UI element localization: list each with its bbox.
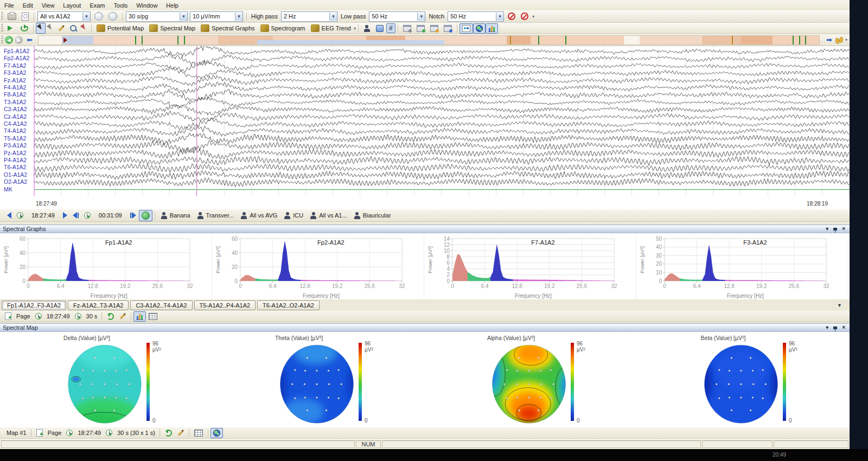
table-view-button[interactable]	[146, 311, 160, 322]
print-preview-button[interactable]	[19, 11, 31, 22]
play-backward-button[interactable]	[4, 210, 14, 220]
electrode-map-button[interactable]	[106, 10, 120, 22]
refresh-button[interactable]	[104, 311, 117, 322]
edit-button[interactable]	[175, 430, 187, 436]
window-layout-button[interactable]	[441, 23, 455, 34]
montage-button-2[interactable]: Transver...	[194, 211, 238, 220]
erase-tool-button[interactable]	[79, 23, 89, 34]
window-layout-button[interactable]	[414, 23, 427, 34]
mute-audio-button[interactable]	[505, 11, 518, 22]
pin-icon[interactable]	[833, 326, 837, 329]
menu-help[interactable]: Help	[162, 1, 183, 10]
footprints-icon[interactable]	[835, 37, 843, 43]
toolbar-grip[interactable]	[1, 24, 3, 33]
montage-button-5[interactable]: All vs A1...	[307, 211, 350, 220]
montage-button-1[interactable]: Banana	[157, 211, 194, 220]
menu-exam[interactable]: Exam	[85, 1, 109, 10]
channel-label-o1-a1a2[interactable]: O1-A1A2	[4, 171, 27, 178]
patient-button[interactable]	[361, 23, 373, 33]
map-view-button[interactable]	[473, 23, 486, 34]
toolbar-overflow-icon[interactable]: ▾	[532, 14, 534, 19]
montage-combo[interactable]: All vs A1A2 ▼	[37, 11, 91, 22]
toggle-potential-map[interactable]: Potential Map	[94, 23, 146, 34]
timeline-playhead[interactable]	[63, 37, 70, 43]
toggle-spectrogram[interactable]: Spectrogram	[258, 23, 308, 34]
nav-back-button[interactable]: ◀	[5, 36, 13, 44]
montage-button-4[interactable]: ICU	[280, 211, 307, 220]
channel-label-p4-a1a2[interactable]: P4-A1A2	[4, 157, 27, 164]
timebase-combo[interactable]: 30 s/pg ▼	[126, 11, 188, 22]
spectral-graphs-header[interactable]: Spectral Graphs ▾ ×	[0, 225, 850, 233]
toggle-spectral-map[interactable]: Spectral Map	[146, 23, 198, 34]
play-forward-button[interactable]	[60, 210, 70, 220]
table-view-button[interactable]	[192, 428, 206, 438]
channel-label-fz-a1a2[interactable]: Fz-A1A2	[4, 77, 26, 84]
print-button[interactable]	[5, 11, 19, 22]
spectral-map-header[interactable]: Spectral Map ▾ ×	[0, 323, 850, 332]
high-pass-combo[interactable]: 2 Hz ▼	[281, 11, 337, 22]
panel-collapse-icon[interactable]: ▾	[826, 226, 828, 232]
close-icon[interactable]: ×	[842, 226, 845, 232]
dual-view-button[interactable]	[459, 23, 473, 34]
graph-view-button[interactable]	[133, 311, 146, 322]
menu-file[interactable]: File	[0, 1, 18, 10]
goto-time-button[interactable]	[14, 210, 26, 220]
topo-head-map[interactable]	[489, 341, 569, 425]
jump-back-button[interactable]	[18, 23, 31, 33]
low-pass-combo[interactable]: 50 Hz ▼	[369, 11, 425, 22]
measure-tool-button[interactable]	[46, 23, 55, 34]
menu-view[interactable]: View	[37, 1, 59, 10]
montage-button-6[interactable]: Biauricular	[350, 211, 394, 220]
eeg-trace-area[interactable]: Fp1-A1A2Fp2-A1A2F7-A1A2F3-A1A2Fz-A1A2F4-…	[0, 46, 850, 196]
channel-label-fp1-a1a2[interactable]: Fp1-A1A2	[4, 48, 29, 55]
toolbar-grip[interactable]	[1, 12, 3, 21]
channel-label-f7-a1a2[interactable]: F7-A1A2	[4, 62, 26, 69]
export-button[interactable]	[34, 427, 46, 438]
channel-label-t5-a1a2[interactable]: T5-A1A2	[4, 135, 26, 142]
spectral-tab-4[interactable]: T5-A1A2..P4-A1A2	[194, 300, 256, 310]
channel-label-fp2-a1a2[interactable]: Fp2-A1A2	[4, 55, 29, 62]
highlight-tool-button[interactable]	[55, 25, 67, 31]
map-view-button[interactable]	[210, 428, 223, 438]
page-right-arrow[interactable]: ➡	[826, 36, 832, 44]
menu-edit[interactable]: Edit	[18, 1, 37, 10]
time-picker-button[interactable]	[63, 428, 75, 438]
zoom-tool-button[interactable]	[67, 23, 79, 33]
chart-view-button[interactable]	[486, 23, 498, 34]
channel-label-p3-a1a2[interactable]: P3-A1A2	[4, 142, 27, 149]
spectral-tab-1[interactable]: Fp1-A1A2..F3-A1A2	[2, 300, 66, 310]
export-button[interactable]	[2, 311, 14, 322]
spectral-tab-2[interactable]: Fz-A1A2..T3-A1A2	[68, 300, 129, 310]
tabs-overflow-icon[interactable]: ▼	[837, 303, 842, 308]
channel-label-f3-a1a2[interactable]: F3-A1A2	[4, 69, 26, 76]
channel-label-t3-a1a2[interactable]: T3-A1A2	[4, 99, 26, 106]
window-picker-button[interactable]	[72, 311, 84, 321]
topo-head-map[interactable]	[65, 341, 144, 425]
spectral-tab-5[interactable]: T6-A1A2..O2-A1A2	[257, 300, 320, 310]
channel-label-t6-a1a2[interactable]: T6-A1A2	[4, 164, 26, 171]
menu-layout[interactable]: Layout	[59, 1, 85, 10]
notch-combo[interactable]: 50 Hz ▼	[448, 11, 504, 22]
toggle-eeg-trend[interactable]: EEG Trend	[308, 23, 354, 34]
toolbar-overflow-icon[interactable]: ▾	[354, 26, 356, 31]
window-layout-button[interactable]	[427, 23, 441, 34]
edit-button[interactable]	[117, 313, 129, 319]
channel-label-f8-a1a2[interactable]: F8-A1A2	[4, 91, 26, 98]
nav-forward-button[interactable]: ▶	[15, 36, 23, 44]
page-left-arrow[interactable]: ⬅	[27, 36, 33, 44]
step-forward-button[interactable]	[5, 24, 18, 33]
channel-label-f4-a1a2[interactable]: F4-A1A2	[4, 84, 26, 91]
channel-label-c3-a1a2[interactable]: C3-A1A2	[4, 106, 27, 113]
topo-head-map[interactable]	[277, 341, 356, 425]
channel-label-cz-a1a2[interactable]: Cz-A1A2	[4, 113, 27, 120]
select-tool-button[interactable]	[36, 23, 46, 34]
panel-collapse-icon[interactable]: ▾	[826, 325, 828, 330]
record-timeline[interactable]	[38, 35, 820, 45]
montage-editor-button[interactable]	[92, 10, 106, 22]
menu-tools[interactable]: Tools	[110, 1, 132, 10]
window-layout-button[interactable]	[400, 23, 414, 34]
channel-label-pz-a1a2[interactable]: Pz-A1A2	[4, 150, 26, 157]
channel-label-t4-a1a2[interactable]: T4-A1A2	[4, 127, 26, 135]
channel-label-mk[interactable]: MK	[4, 186, 12, 193]
montage-button-3[interactable]: All vs AVG	[237, 211, 280, 220]
